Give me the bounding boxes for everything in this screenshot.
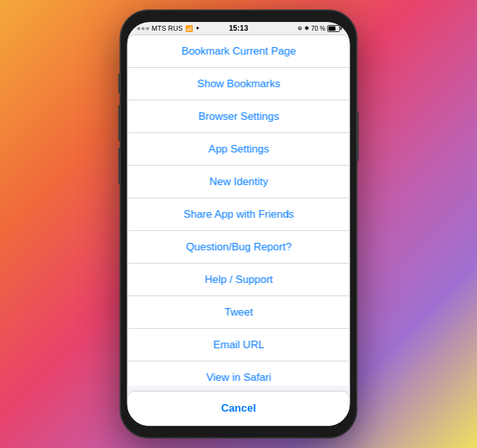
menu-item-label-bug-report: Question/Bug Report?: [186, 241, 291, 253]
menu-item-label-show-bookmarks: Show Bookmarks: [197, 78, 280, 90]
bluetooth-icon: ✱: [304, 25, 309, 31]
status-time: 15:13: [229, 24, 249, 33]
menu-item-tweet[interactable]: Tweet: [128, 296, 350, 329]
menu-item-label-new-identity: New Identity: [209, 176, 268, 188]
menu-item-show-bookmarks[interactable]: Show Bookmarks: [128, 68, 350, 100]
volume-up-button: [119, 105, 121, 141]
menu-item-label-help-support: Help / Support: [205, 274, 273, 286]
signal-strength: [137, 27, 149, 30]
signal-dot-2: [142, 27, 145, 30]
battery-indicator: [328, 25, 340, 32]
menu-item-bookmark-current[interactable]: Bookmark Current Page: [128, 35, 350, 68]
phone-wrapper: MTS RUS 📶 ✦ 15:13 ⊕ ✱ 70 %: [121, 11, 356, 437]
menu-item-label-email-url: Email URL: [213, 339, 264, 351]
menu-item-label-tweet: Tweet: [224, 306, 252, 319]
menu-item-label-browser-settings: Browser Settings: [198, 110, 279, 123]
menu-item-view-safari[interactable]: View in Safari: [128, 361, 350, 386]
screen-content: Bookmark Current PageShow BookmarksBrows…: [127, 35, 350, 426]
menu-item-label-bookmark-current: Bookmark Current Page: [181, 45, 296, 58]
status-right: ⊕ ✱ 70 %: [297, 25, 340, 32]
menu-item-help-support[interactable]: Help / Support: [128, 264, 350, 296]
battery-percent: 70 %: [311, 25, 326, 32]
menu-item-label-view-safari: View in Safari: [206, 371, 271, 384]
signal-dot-1: [137, 27, 141, 30]
menu-item-bug-report[interactable]: Question/Bug Report?: [128, 231, 350, 264]
battery-icon: [328, 25, 340, 32]
menu-item-label-share-app: Share App with Friends: [183, 208, 294, 221]
power-button: [356, 111, 359, 161]
menu-item-browser-settings[interactable]: Browser Settings: [128, 100, 350, 133]
signal-dot-3: [146, 27, 149, 30]
menu-sheet: Bookmark Current PageShow BookmarksBrows…: [127, 35, 350, 426]
phone-screen: MTS RUS 📶 ✦ 15:13 ⊕ ✱ 70 %: [127, 22, 350, 426]
signal-icon: ✦: [195, 25, 200, 31]
cancel-label: Cancel: [221, 402, 256, 415]
carrier-name: MTS RUS: [152, 24, 183, 32]
menu-item-app-settings[interactable]: App Settings: [128, 133, 350, 166]
menu-list: Bookmark Current PageShow BookmarksBrows…: [127, 35, 350, 386]
menu-item-label-app-settings: App Settings: [208, 143, 269, 156]
wifi-icon: 📶: [185, 25, 193, 32]
phone-frame: MTS RUS 📶 ✦ 15:13 ⊕ ✱ 70 %: [121, 11, 356, 437]
volume-down-button: [119, 147, 121, 184]
location-icon: ⊕: [297, 25, 303, 31]
cancel-button[interactable]: Cancel: [128, 392, 350, 425]
cancel-section: Cancel: [127, 391, 350, 426]
status-left: MTS RUS 📶 ✦: [137, 24, 201, 32]
menu-item-new-identity[interactable]: New Identity: [128, 166, 350, 198]
battery-fill: [329, 26, 336, 31]
menu-item-share-app[interactable]: Share App with Friends: [128, 198, 350, 231]
status-bar: MTS RUS 📶 ✦ 15:13 ⊕ ✱ 70 %: [127, 22, 350, 35]
mute-button: [119, 73, 121, 93]
menu-item-email-url[interactable]: Email URL: [128, 329, 350, 361]
